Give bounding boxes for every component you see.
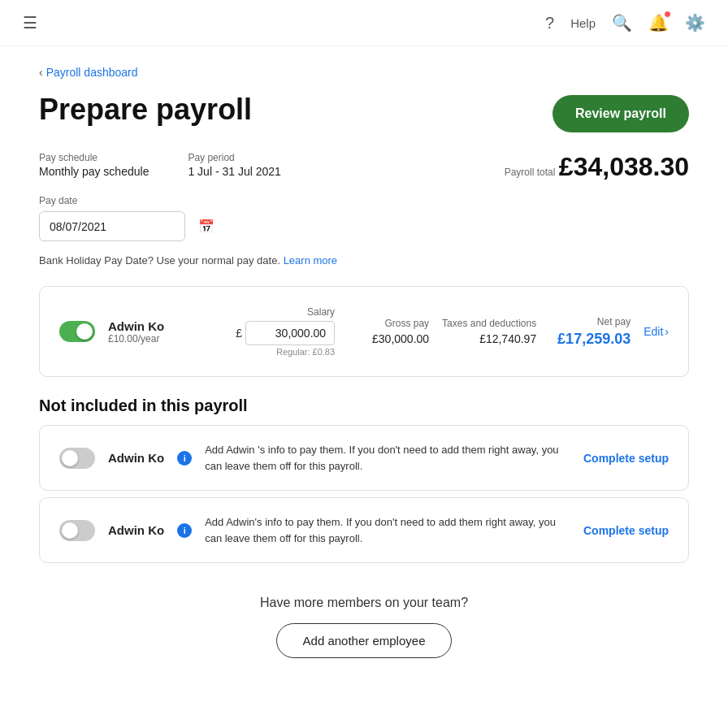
not-included-text-2: Add Adwin's info to pay them. If you don… — [205, 514, 570, 546]
net-pay-block: Net pay £17,259.03 — [549, 316, 630, 348]
employee-toggle-on[interactable] — [59, 321, 95, 342]
salary-input-row: £ — [236, 321, 335, 345]
bank-holiday-text: Bank Holiday Pay Date? Use your normal p… — [39, 254, 280, 266]
gross-pay-block: Gross pay £30,000.00 — [348, 318, 429, 345]
info-icon-2: i — [177, 523, 192, 538]
included-employee-card: Adwin Ko £10.00/year Salary £ Regular: £… — [39, 286, 689, 377]
top-nav: ☰ ? Help 🔍 🔔 ⚙️ — [0, 0, 728, 46]
payroll-total-value: £34,038.30 — [559, 152, 689, 181]
info-icon-1: i — [177, 451, 192, 466]
employee-toggle-off-1[interactable] — [59, 448, 95, 469]
edit-label: Edit — [644, 325, 663, 338]
bottom-section: Have more members on your team? Add anot… — [39, 570, 689, 671]
breadcrumb-chevron: ‹ — [39, 66, 43, 79]
not-included-name-1: Adwin Ko — [108, 451, 164, 465]
salary-label: Salary — [307, 306, 335, 318]
notification-wrapper[interactable]: 🔔 — [648, 13, 669, 32]
gross-pay-label: Gross pay — [384, 318, 429, 329]
pay-schedule-value: Monthly pay schedule — [39, 165, 149, 178]
pay-date-input-wrapper: 📅 — [39, 211, 185, 241]
toggle-thumb-off-2 — [62, 522, 78, 539]
help-icon[interactable]: ? — [545, 14, 554, 32]
payroll-total-label: Payroll total — [505, 167, 556, 178]
pay-date-label: Pay date — [39, 195, 689, 206]
hamburger-icon[interactable]: ☰ — [23, 13, 37, 32]
page-header: Prepare payroll Review payroll — [39, 92, 689, 132]
currency-symbol: £ — [236, 327, 242, 340]
regular-text: Regular: £0.83 — [276, 347, 335, 357]
edit-link[interactable]: Edit › — [644, 325, 669, 338]
not-included-card-1: Adwin Ko i Add Adwin 's info to pay them… — [39, 425, 689, 491]
notification-dot — [664, 11, 671, 18]
employee-name-block: Adwin Ko £10.00/year — [108, 319, 206, 344]
taxes-block: Taxes and deductions £12,740.97 — [442, 318, 536, 345]
pay-date-input[interactable] — [50, 220, 192, 233]
bank-holiday-note: Bank Holiday Pay Date? Use your normal p… — [39, 254, 689, 266]
pay-date-section: Pay date 📅 — [39, 195, 689, 241]
complete-setup-link-2[interactable]: Complete setup — [583, 524, 669, 537]
taxes-value: £12,740.97 — [479, 332, 536, 345]
not-included-text-1: Add Adwin 's info to pay them. If you do… — [205, 442, 570, 474]
calendar-icon[interactable]: 📅 — [198, 219, 214, 234]
salary-block: Salary £ Regular: £0.83 — [219, 306, 335, 357]
nav-right: ? Help 🔍 🔔 ⚙️ — [545, 13, 705, 32]
breadcrumb-link[interactable]: Payroll dashboard — [46, 66, 138, 79]
employee-toggle-off-2[interactable] — [59, 520, 95, 541]
not-included-name-2: Adwin Ko — [108, 523, 164, 537]
salary-input[interactable] — [245, 321, 335, 345]
review-payroll-button[interactable]: Review payroll — [552, 95, 689, 132]
taxes-label: Taxes and deductions — [442, 318, 536, 329]
page-title: Prepare payroll — [39, 92, 252, 127]
not-included-row-2: Adwin Ko i Add Adwin's info to pay them.… — [40, 498, 688, 562]
bottom-question: Have more members on your team? — [39, 596, 689, 610]
employee-row: Adwin Ko £10.00/year Salary £ Regular: £… — [59, 306, 669, 357]
toggle-thumb-on — [76, 323, 93, 340]
breadcrumb: ‹ Payroll dashboard — [39, 66, 689, 79]
settings-icon[interactable]: ⚙️ — [685, 13, 705, 32]
gross-pay-value: £30,000.00 — [372, 332, 429, 345]
net-pay-value: £17,259.03 — [557, 331, 630, 348]
pay-schedule-block: Pay schedule Monthly pay schedule — [39, 152, 149, 178]
add-employee-button[interactable]: Add another employee — [276, 623, 453, 658]
search-icon[interactable]: 🔍 — [612, 13, 632, 32]
nav-left: ☰ — [23, 13, 37, 32]
pay-period-label: Pay period — [188, 152, 280, 163]
not-included-row-1: Adwin Ko i Add Adwin 's info to pay them… — [40, 426, 688, 490]
pay-info-row: Pay schedule Monthly pay schedule Pay pe… — [39, 152, 689, 182]
pay-period-block: Pay period 1 Jul - 31 Jul 2021 — [188, 152, 280, 178]
main-content: ‹ Payroll dashboard Prepare payroll Revi… — [0, 46, 728, 710]
payroll-total-block: Payroll total £34,038.30 — [505, 152, 689, 182]
help-label[interactable]: Help — [570, 16, 596, 30]
employee-rate: £10.00/year — [108, 333, 206, 344]
not-included-card-2: Adwin Ko i Add Adwin's info to pay them.… — [39, 497, 689, 563]
learn-more-link[interactable]: Learn more — [284, 254, 337, 266]
pay-schedule-label: Pay schedule — [39, 152, 149, 163]
not-included-title: Not included in this payroll — [39, 396, 689, 415]
employee-name: Adwin Ko — [108, 319, 206, 333]
toggle-thumb-off-1 — [62, 450, 78, 466]
complete-setup-link-1[interactable]: Complete setup — [583, 452, 669, 465]
net-pay-label: Net pay — [597, 316, 630, 327]
edit-chevron-icon: › — [665, 325, 669, 338]
pay-period-value: 1 Jul - 31 Jul 2021 — [188, 165, 280, 178]
